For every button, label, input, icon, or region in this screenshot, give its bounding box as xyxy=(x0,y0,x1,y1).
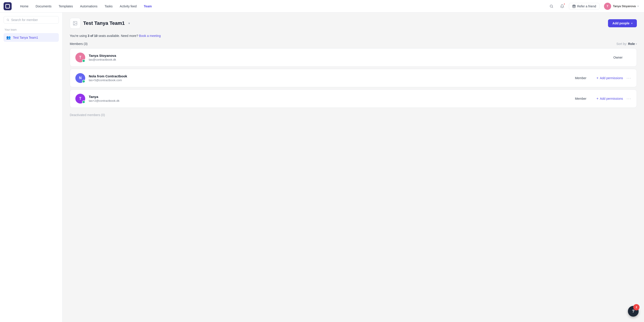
search-button[interactable] xyxy=(548,2,556,10)
search-input[interactable] xyxy=(11,18,56,22)
refer-friend-button[interactable]: Refer a friend xyxy=(569,3,600,10)
add-people-label: Add people xyxy=(612,22,630,25)
plus-icon-3: + xyxy=(596,96,598,100)
nav-tasks[interactable]: Tasks xyxy=(102,3,116,10)
help-notification-count: 2 xyxy=(633,304,640,310)
add-people-chevron: ▾ xyxy=(631,22,632,24)
seats-used: 3 of 10 xyxy=(88,34,98,38)
add-permissions-label-3: Add permissions xyxy=(600,97,623,100)
member-name-2: Nola from Contractbook xyxy=(89,74,571,78)
bell-icon xyxy=(560,4,564,8)
book-meeting-link[interactable]: Book a meeting xyxy=(139,34,161,38)
user-avatar: T xyxy=(604,3,611,10)
add-people-button[interactable]: Add people ▾ xyxy=(608,19,637,27)
help-label: ? xyxy=(632,309,634,314)
online-badge-2 xyxy=(82,80,85,83)
svg-point-0 xyxy=(550,5,552,8)
team-name: Test Tanya Team1 xyxy=(83,20,125,26)
online-badge-1 xyxy=(82,59,85,62)
main-header: Test Tanya Team1 ▾ Add people ▾ xyxy=(70,18,637,28)
member-role-2: Member xyxy=(575,76,593,80)
member-email-1: tas@contractbook.dk xyxy=(89,58,610,61)
sidebar-item-team[interactable]: 👥 Test Tanya Team1 xyxy=(4,33,59,42)
add-permissions-button-2[interactable]: + Add permissions xyxy=(596,76,623,80)
sort-chevron: ▾ xyxy=(636,43,637,45)
sidebar-item-label: Test Tanya Team1 xyxy=(13,36,38,39)
nav-activity-feed[interactable]: Activity feed xyxy=(117,3,140,10)
team-name-chevron[interactable]: ▾ xyxy=(128,22,130,25)
user-name: Tanya Stoyanova xyxy=(613,4,636,8)
member-email-2: tas+5@contractbook.com xyxy=(89,78,571,82)
more-options-button-2[interactable]: ··· xyxy=(626,76,631,80)
member-actions-2: + Add permissions ··· xyxy=(596,76,631,80)
user-menu-button[interactable]: T Tanya Stoyanova ▾ xyxy=(602,2,640,11)
image-icon xyxy=(73,21,78,26)
seats-prefix: You're using xyxy=(70,34,88,38)
member-card-2: N Nola from Contractbook tas+5@contractb… xyxy=(70,69,637,87)
members-count: Members (3) xyxy=(70,42,88,46)
member-avatar-wrap-2: N xyxy=(75,73,85,83)
topnav-right-area: Refer a friend T Tanya Stoyanova ▾ xyxy=(548,2,640,11)
notification-badge xyxy=(564,3,565,5)
sidebar: Your team 👥 Test Tanya Team1 xyxy=(0,12,62,322)
user-menu-chevron: ▾ xyxy=(638,5,639,8)
gift-icon xyxy=(572,4,576,8)
seats-suffix: seats available. Need more? xyxy=(98,34,138,38)
svg-point-7 xyxy=(74,22,75,23)
svg-line-5 xyxy=(8,20,9,21)
page-layout: Your team 👥 Test Tanya Team1 Test Tanya … xyxy=(0,12,644,322)
team-title-area: Test Tanya Team1 ▾ xyxy=(70,18,130,28)
seats-info: You're using 3 of 10 seats available. Ne… xyxy=(70,34,637,38)
svg-line-1 xyxy=(552,7,553,8)
member-card-3: T Tanya tas+2@contractbook.dk Member + A… xyxy=(70,90,637,108)
member-role-3: Member xyxy=(575,97,593,100)
more-options-button-3[interactable]: ··· xyxy=(626,96,631,101)
main-content: Test Tanya Team1 ▾ Add people ▾ You're u… xyxy=(62,12,644,322)
nav-templates[interactable]: Templates xyxy=(56,3,76,10)
sort-by-label: Sort by: xyxy=(616,42,627,46)
app-logo[interactable] xyxy=(4,2,12,10)
search-icon xyxy=(6,18,10,22)
member-avatar-wrap-3: T xyxy=(75,94,85,104)
nav-automations[interactable]: Automations xyxy=(77,3,100,10)
notifications-button[interactable] xyxy=(558,2,566,10)
members-header: Members (3) Sort by: Role ▾ xyxy=(70,42,637,46)
deactivated-label: Deactivated members (0) xyxy=(70,113,637,117)
member-role-1: Owner xyxy=(613,56,631,59)
member-info-1: Tanya Stoyanova tas@contractbook.dk xyxy=(89,54,610,61)
add-permissions-button-3[interactable]: + Add permissions xyxy=(596,96,623,100)
member-info-2: Nola from Contractbook tas+5@contractboo… xyxy=(89,74,571,82)
sidebar-section-label: Your team xyxy=(4,28,59,31)
member-name-1: Tanya Stoyanova xyxy=(89,54,610,58)
member-email-3: tas+2@contractbook.dk xyxy=(89,99,571,102)
team-icon-box xyxy=(70,18,80,28)
plus-icon-2: + xyxy=(596,76,598,80)
svg-point-4 xyxy=(7,19,8,20)
member-name-3: Tanya xyxy=(89,95,571,98)
member-actions-3: + Add permissions ··· xyxy=(596,96,631,101)
member-card-1: T Tanya Stoyanova tas@contractbook.dk Ow… xyxy=(70,48,637,67)
refer-friend-label: Refer a friend xyxy=(577,4,596,8)
add-permissions-label-2: Add permissions xyxy=(600,76,623,80)
online-badge-3 xyxy=(82,100,85,104)
member-avatar-wrap-1: T xyxy=(75,52,85,62)
sort-by-control[interactable]: Sort by: Role ▾ xyxy=(616,42,637,46)
team-icon: 👥 xyxy=(6,35,11,40)
nav-home[interactable]: Home xyxy=(17,3,32,10)
member-info-3: Tanya tas+2@contractbook.dk xyxy=(89,95,571,102)
top-navigation: Home Documents Templates Automations Tas… xyxy=(0,0,644,12)
search-box[interactable] xyxy=(4,16,59,24)
sort-by-value: Role xyxy=(628,42,635,46)
nav-team[interactable]: Team xyxy=(141,3,155,10)
search-icon xyxy=(550,4,554,8)
nav-links: Home Documents Templates Automations Tas… xyxy=(17,3,548,10)
nav-documents[interactable]: Documents xyxy=(32,3,54,10)
help-area: ? 2 xyxy=(628,306,639,317)
